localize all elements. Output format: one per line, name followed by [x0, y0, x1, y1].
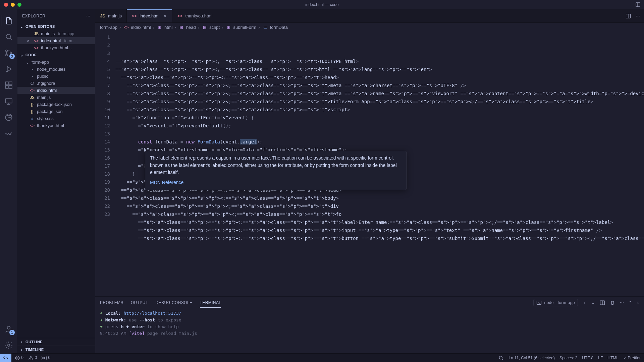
symbol-icon: ⊞ — [226, 25, 231, 30]
status-ports[interactable]: 0 — [42, 355, 50, 361]
activity-settings[interactable] — [1, 337, 17, 353]
sidebar-explorer: EXPLORER ⋯ ⌄ OPEN EDITORS JS main.js for… — [17, 9, 95, 353]
status-encoding[interactable]: UTF-8 — [582, 356, 593, 360]
status-eol[interactable]: LF — [598, 356, 603, 360]
panel-more-icon[interactable]: ⋯ — [620, 300, 624, 305]
sidebar-more-icon[interactable]: ⋯ — [86, 14, 91, 18]
activity-explorer[interactable] — [1, 13, 17, 29]
activity-account[interactable]: 1 — [1, 321, 17, 337]
svg-rect-9 — [9, 85, 12, 88]
close-panel-icon[interactable]: × — [637, 300, 639, 305]
status-bar: 0 0 0 Ln 11, Col 51 (6 selected) Spaces:… — [0, 353, 644, 362]
hover-text: The label element represents a caption i… — [150, 155, 397, 175]
svg-rect-8 — [5, 85, 8, 88]
hover-link[interactable]: MDN Reference — [150, 179, 183, 186]
more-actions-icon[interactable]: ⋯ — [636, 13, 640, 18]
account-badge: 1 — [9, 330, 15, 335]
file-html-icon: <> — [30, 123, 35, 128]
new-terminal-icon[interactable]: ＋ — [583, 300, 587, 306]
tab-thankyouhtml[interactable]: <> thankyou.html — [172, 9, 217, 22]
status-warnings[interactable]: 0 — [28, 355, 37, 361]
file-json-icon: {} — [30, 109, 35, 114]
status-indent[interactable]: Spaces: 2 — [559, 356, 577, 360]
file-ignore-icon: ⎔ — [30, 81, 35, 86]
activity-wave[interactable] — [1, 125, 17, 141]
layout-customize-icon[interactable] — [635, 2, 641, 7]
folder-item[interactable]: ⌄ form-app — [17, 59, 95, 66]
tab-label: index.html — [140, 13, 159, 18]
folder-item[interactable]: › node_modules — [17, 66, 95, 73]
tab-indexhtml[interactable]: <> index.html × — [127, 9, 172, 22]
status-prettier[interactable]: ✓ Prettier — [623, 356, 641, 360]
panel: PROBLEMS OUTPUT DEBUG CONSOLE TERMINAL n… — [95, 296, 644, 353]
file-item[interactable]: <> index.html — [17, 87, 95, 94]
chevron-down-icon: ⌄ — [19, 53, 24, 57]
tab-label: main.js — [108, 13, 122, 18]
section-timeline[interactable]: › TIMELINE — [17, 346, 95, 353]
code-editor[interactable]: 1234567891011121314151617181920212223 ==… — [95, 32, 644, 296]
minimize-window-button[interactable] — [11, 3, 15, 7]
line-gutter: 1234567891011121314151617181920212223 — [95, 32, 115, 296]
file-js-icon: JS — [34, 32, 39, 36]
activity-extensions[interactable] — [1, 77, 17, 93]
close-editor-icon[interactable]: × — [25, 38, 32, 43]
file-item[interactable]: # style.css — [17, 115, 95, 122]
file-item[interactable]: ⎔ .hgignore — [17, 80, 95, 87]
status-search-icon[interactable] — [498, 355, 504, 361]
svg-rect-10 — [5, 99, 12, 103]
section-code[interactable]: ⌄ CODE — [17, 51, 95, 59]
split-editor-icon[interactable] — [626, 13, 631, 19]
symbol-var-icon: ▭ — [263, 25, 268, 30]
activity-edge[interactable] — [1, 109, 17, 125]
file-item[interactable]: {} package.json — [17, 108, 95, 115]
panel-tab-debugconsole[interactable]: DEBUG CONSOLE — [156, 298, 193, 308]
window-controls — [0, 3, 21, 7]
status-errors[interactable]: 0 — [15, 355, 23, 361]
status-cursor[interactable]: Ln 11, Col 51 (6 selected) — [508, 356, 554, 360]
file-html-icon: <> — [34, 46, 39, 50]
terminal-dropdown-icon[interactable]: ⌄ — [591, 300, 595, 305]
svg-rect-6 — [5, 82, 8, 85]
symbol-icon: ⊞ — [202, 25, 207, 30]
activity-search[interactable] — [1, 29, 17, 45]
status-language[interactable]: HTML — [607, 356, 619, 360]
activity-source-control[interactable]: 3 — [1, 45, 17, 61]
chevron-down-icon: ⌄ — [25, 60, 30, 65]
folder-item[interactable]: › public — [17, 73, 95, 80]
symbol-icon: ⊞ — [179, 25, 184, 30]
panel-tab-terminal[interactable]: TERMINAL — [200, 298, 221, 308]
svg-point-18 — [44, 357, 45, 359]
close-window-button[interactable] — [4, 3, 8, 7]
chevron-right-icon: › — [19, 340, 24, 344]
hover-tooltip: The label element represents a caption i… — [145, 151, 407, 190]
file-item[interactable]: <> thankyou.html — [17, 122, 95, 129]
file-css-icon: # — [30, 116, 35, 121]
close-tab-icon[interactable]: × — [162, 13, 167, 18]
terminal-output[interactable]: ➜ Local: http://localhost:5173/ ➜ Networ… — [95, 309, 644, 353]
file-js-icon: JS — [30, 95, 35, 100]
section-outline[interactable]: › OUTLINE — [17, 338, 95, 346]
panel-tab-output[interactable]: OUTPUT — [131, 298, 148, 308]
section-open-editors[interactable]: ⌄ OPEN EDITORS — [17, 23, 95, 30]
code-content[interactable]: =="s">"a">class=="s">"p">=="s">"p"><;=="… — [115, 32, 644, 296]
terminal-selector[interactable]: node - form-app — [533, 299, 578, 306]
remote-indicator[interactable] — [0, 354, 11, 362]
open-editor-item[interactable]: × <> index.html form... — [17, 37, 95, 44]
file-html-icon: <> — [30, 88, 35, 93]
open-editor-item[interactable]: JS main.js form-app — [17, 30, 95, 37]
chevron-right-icon: › — [19, 347, 24, 352]
svg-point-3 — [5, 54, 7, 56]
svg-point-13 — [7, 344, 10, 347]
kill-terminal-icon[interactable] — [610, 300, 615, 305]
split-terminal-icon[interactable] — [600, 300, 605, 305]
panel-tab-problems[interactable]: PROBLEMS — [100, 298, 123, 308]
maximize-window-button[interactable] — [17, 3, 21, 7]
maximize-panel-icon[interactable]: ⌃ — [629, 300, 632, 305]
breadcrumb[interactable]: form-app› <>index.html› ⊞html› ⊞head› ⊞s… — [95, 23, 644, 32]
file-item[interactable]: {} package-lock.json — [17, 101, 95, 108]
activity-remote[interactable] — [1, 93, 17, 109]
tab-mainjs[interactable]: JS main.js — [95, 9, 127, 22]
activity-run-debug[interactable] — [1, 61, 17, 77]
file-item[interactable]: JS main.js — [17, 94, 95, 101]
open-editor-item[interactable]: <> thankyou.html... — [17, 44, 95, 51]
